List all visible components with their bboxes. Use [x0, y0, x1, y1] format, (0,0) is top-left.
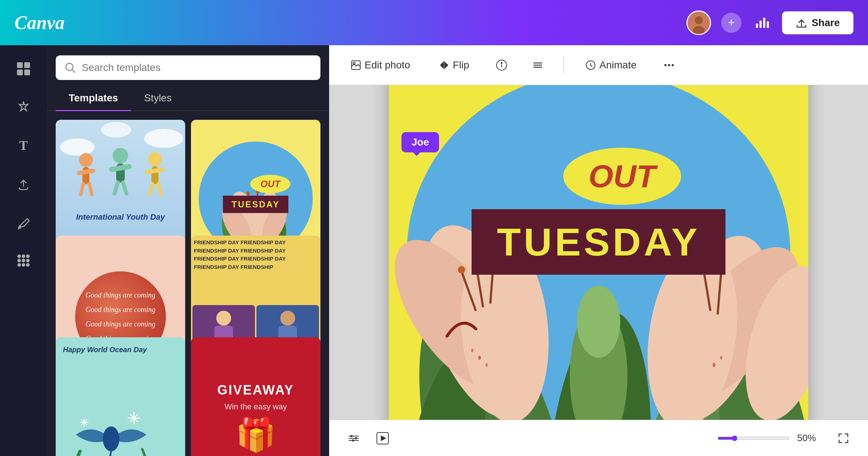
svg-line-32	[114, 182, 118, 194]
svg-rect-10	[24, 69, 30, 75]
tab-styles[interactable]: Styles	[131, 86, 184, 110]
sidebar-item-upload[interactable]	[11, 171, 36, 197]
svg-point-52	[216, 311, 231, 326]
ocean-illustration	[59, 382, 163, 456]
canvas-out-badge[interactable]: OUT	[563, 148, 681, 205]
bottom-bar-left	[344, 428, 393, 448]
svg-point-55	[280, 311, 295, 326]
svg-line-31	[112, 166, 129, 169]
svg-point-49	[246, 191, 250, 195]
animate-icon	[586, 60, 596, 70]
templates-grid: International Youth Day	[47, 111, 329, 456]
search-bar-container	[47, 45, 329, 86]
sidebar: T	[0, 45, 47, 456]
search-bar[interactable]	[56, 55, 320, 80]
timeline-icon	[347, 432, 360, 445]
play-icon	[376, 432, 389, 445]
canvas-area: Edit photo Flip	[329, 45, 868, 456]
svg-point-92	[672, 64, 674, 66]
fullscreen-button[interactable]	[833, 428, 854, 448]
add-button[interactable]: +	[721, 13, 741, 33]
template-giveaway[interactable]: GIVEAWAY Win the easy way 🎁	[191, 337, 320, 456]
svg-point-19	[26, 263, 30, 267]
svg-point-1	[695, 16, 703, 24]
analytics-button[interactable]	[752, 12, 772, 33]
svg-point-127	[352, 439, 354, 442]
svg-point-63	[103, 426, 119, 451]
sidebar-item-text[interactable]: T	[11, 133, 36, 158]
design-canvas[interactable]: OUT TUESDAY	[389, 85, 808, 420]
fullscreen-icon	[838, 432, 849, 444]
more-options-icon	[663, 59, 675, 71]
more-options-button[interactable]	[658, 54, 680, 76]
svg-point-21	[60, 138, 94, 156]
intl-youth-title: International Youth Day	[73, 209, 168, 226]
animate-button[interactable]: Animate	[578, 54, 644, 76]
sidebar-item-draw[interactable]	[11, 210, 36, 235]
svg-point-121	[720, 356, 722, 359]
svg-point-29	[113, 148, 128, 164]
canva-logo[interactable]: Canva	[14, 12, 65, 33]
bottom-bar-right: 50%	[718, 428, 854, 448]
edit-photo-icon	[351, 60, 361, 70]
svg-rect-9	[17, 69, 23, 75]
flip-button[interactable]: Flip	[432, 54, 476, 76]
svg-rect-3	[756, 24, 758, 28]
info-button[interactable]	[491, 54, 512, 76]
svg-point-99	[577, 286, 620, 358]
svg-line-37	[150, 184, 152, 195]
svg-point-2	[693, 26, 705, 35]
sidebar-item-elements[interactable]	[11, 94, 36, 120]
giveaway-title: GIVEAWAY	[217, 383, 294, 398]
svg-line-38	[158, 184, 161, 195]
svg-point-14	[17, 259, 21, 262]
svg-line-26	[79, 171, 93, 173]
canvas-tuesday-bar[interactable]: TUESDAY	[472, 209, 726, 275]
svg-point-126	[355, 437, 357, 439]
flip-icon	[439, 60, 449, 70]
toolbar-divider	[563, 56, 564, 74]
giveaway-subtitle: Win the easy way	[225, 402, 287, 411]
svg-point-34	[148, 152, 162, 166]
topbar: Canva + Share	[0, 0, 868, 45]
svg-line-33	[123, 182, 127, 194]
svg-line-64	[107, 451, 111, 456]
zoom-slider[interactable]	[718, 435, 790, 441]
sidebar-item-grid[interactable]	[11, 56, 36, 81]
svg-line-36	[147, 169, 163, 172]
toolbar: Edit photo Flip	[329, 45, 868, 85]
people-illustration	[56, 120, 185, 209]
svg-point-11	[17, 254, 21, 258]
svg-point-24	[79, 153, 93, 167]
svg-point-108	[458, 266, 465, 273]
svg-rect-5	[763, 18, 765, 28]
svg-point-23	[101, 122, 131, 138]
main: T	[0, 45, 868, 456]
canvas-container[interactable]: Joe	[329, 85, 868, 420]
tab-templates[interactable]: Templates	[56, 86, 131, 110]
svg-marker-129	[381, 435, 386, 441]
sidebar-item-apps[interactable]	[11, 248, 36, 273]
tuesday-bar-small: TUESDAY	[223, 195, 288, 213]
svg-point-20	[66, 63, 73, 71]
edit-photo-button[interactable]: Edit photo	[344, 54, 417, 76]
friendship-repeat-text: FRIENDSHIP DAY FRIENDSHIP DAY FRIENDSHIP…	[191, 236, 320, 308]
svg-point-15	[22, 259, 25, 262]
share-button[interactable]: Share	[782, 11, 854, 34]
info-icon	[496, 59, 507, 71]
search-input[interactable]	[82, 62, 312, 73]
svg-point-17	[17, 263, 21, 267]
play-button[interactable]	[373, 428, 393, 448]
user-avatar[interactable]	[686, 10, 711, 35]
svg-point-22	[144, 129, 183, 148]
align-button[interactable]	[527, 54, 549, 76]
svg-rect-6	[767, 21, 769, 28]
align-icon	[532, 59, 544, 71]
svg-point-90	[664, 64, 667, 66]
topbar-right: + Share	[686, 10, 854, 35]
svg-point-12	[22, 254, 25, 258]
template-ocean[interactable]: Happy World Ocean Day	[56, 337, 185, 456]
svg-rect-7	[17, 62, 23, 68]
timeline-button[interactable]	[344, 428, 364, 448]
svg-point-13	[26, 254, 30, 258]
